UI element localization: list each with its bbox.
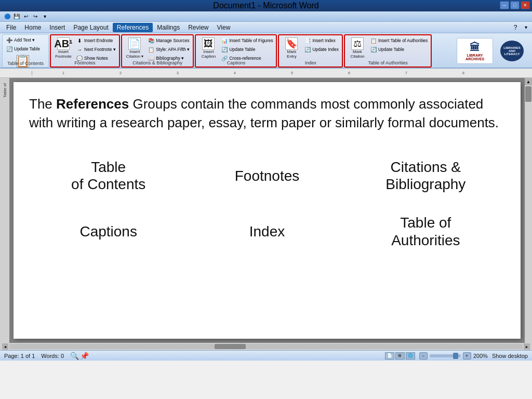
customize-quick-btn[interactable]: ▾: [41, 12, 49, 21]
add-text-btn[interactable]: ➕ Add Text ▾: [5, 36, 41, 44]
menu-page-layout[interactable]: Page Layout: [69, 23, 112, 32]
menu-mailings[interactable]: Mailings: [153, 23, 184, 32]
insert-footnote-btn[interactable]: AB¹ InsertFootnote: [53, 36, 74, 60]
insert-caption-icon: 🖼: [202, 37, 215, 50]
insert-index-icon: 📑: [304, 37, 311, 44]
scroll-thumb[interactable]: [525, 86, 531, 102]
sidebar-toc-text: Table of: [3, 83, 7, 98]
insert-table-auth-btn[interactable]: 📋 Insert Table of Authorities: [369, 36, 429, 45]
main-text-block: The References Groups contain the comman…: [29, 95, 505, 132]
citations-group-label: Citations & Bibliography: [122, 60, 193, 65]
track-icon: 📌: [80, 352, 89, 360]
zoom-level: 200%: [473, 353, 488, 359]
view-print-btn[interactable]: 📄: [385, 352, 394, 360]
redo-quick-btn[interactable]: ↪: [31, 12, 39, 21]
close-button[interactable]: ✕: [521, 1, 530, 9]
spellcheck-icon: 🔍: [70, 352, 79, 360]
grid-cell-authorities: Table ofAuthorities: [347, 204, 505, 259]
hscroll-thumb[interactable]: [215, 344, 246, 349]
insert-caption-btn[interactable]: 🖼 InsertCaption: [198, 36, 219, 60]
insert-citation-icon: 📄: [128, 37, 141, 50]
main-text-prefix: The: [29, 96, 56, 112]
menu-review[interactable]: Review: [184, 23, 212, 32]
style-icon: 📋: [148, 46, 155, 53]
main-text-bold: References: [56, 96, 129, 112]
mark-entry-icon: 🔖: [285, 37, 298, 50]
menu-bar: File Home Insert Page Layout References …: [0, 22, 532, 33]
save-quick-btn[interactable]: 💾: [12, 12, 21, 21]
scroll-up-btn[interactable]: ▲: [525, 78, 532, 85]
ribbon-group-authorities: ⚖ MarkCitation 📋 Insert Table of Authori…: [344, 34, 432, 68]
update-index-btn[interactable]: 🔄 Update Index: [303, 45, 340, 54]
hscroll-left-btn[interactable]: ◄: [2, 343, 8, 350]
zoom-out-btn[interactable]: −: [419, 352, 428, 360]
logos-area: 🏛 LIBRARYARCHIVES LIBRARIESANDLITERACY: [456, 34, 530, 68]
captions-small-btns: 📊 Insert Table of Figures 🔄 Update Table…: [220, 36, 274, 62]
hscroll-right-btn[interactable]: ►: [524, 343, 530, 350]
insert-index-btn[interactable]: 📑 Insert Index: [303, 36, 340, 45]
maximize-button[interactable]: □: [510, 1, 520, 9]
update-table-captions-btn[interactable]: 🔄 Update Table: [220, 45, 274, 54]
ruler: │ 1 2 3 4 5 6 7 8: [0, 69, 532, 78]
insert-table-figures-btn[interactable]: 📊 Insert Table of Figures: [220, 36, 274, 45]
zoom-slider-thumb[interactable]: [453, 353, 458, 359]
mark-entry-btn[interactable]: 🔖 MarkEntry: [281, 36, 302, 60]
captions-group-label: Captions: [196, 60, 276, 65]
undo-quick-btn[interactable]: ↩: [22, 12, 30, 21]
status-bar: Page: 1 of 1 Words: 0 🔍 📌 📄 ⊞ 🌐 − + 200%…: [0, 350, 532, 361]
add-text-icon: ➕: [6, 36, 13, 44]
index-small-btns: 📑 Insert Index 🔄 Update Index: [303, 36, 340, 54]
manage-sources-icon: 📚: [148, 37, 155, 44]
grid-cell-index: Index: [188, 204, 346, 259]
next-footnote-btn[interactable]: → Next Footnote ▾: [75, 45, 117, 54]
show-desktop-btn[interactable]: Show desktop: [492, 353, 528, 359]
libraries-literacy-logo: LIBRARIESANDLITERACY: [495, 38, 529, 64]
authorities-group-label: Table of Authorities: [345, 60, 431, 65]
menu-home[interactable]: Home: [20, 23, 45, 32]
menu-insert[interactable]: Insert: [45, 23, 69, 32]
update-table-auth-btn[interactable]: 🔄 Update Table: [369, 45, 429, 54]
help-icon[interactable]: ?: [511, 23, 520, 32]
word-icon: 🔵: [3, 12, 11, 21]
update-table-toc-icon: 🔄: [6, 45, 13, 52]
view-fullscreen-btn[interactable]: ⊞: [395, 352, 405, 360]
page-info: Page: 1 of 1: [4, 353, 35, 359]
minimize-button[interactable]: ─: [500, 1, 509, 9]
zoom-controls: − + 200%: [419, 352, 488, 360]
insert-endnote-btn[interactable]: ⬇ Insert Endnote: [75, 36, 117, 45]
insert-endnote-icon: ⬇: [76, 37, 83, 44]
menu-references[interactable]: References: [113, 23, 153, 32]
mark-citation-btn[interactable]: ⚖ MarkCitation: [347, 36, 368, 60]
minimize-ribbon-icon[interactable]: ▾: [522, 23, 530, 32]
window-controls[interactable]: ─ □ ✕: [500, 1, 530, 9]
status-right: 📄 ⊞ 🌐 − + 200% Show desktop: [385, 352, 528, 360]
style-btn[interactable]: 📋 Style: APA Fifth ▾: [147, 45, 191, 54]
footnotes-group-label: Footnotes: [51, 60, 119, 65]
vertical-scrollbar[interactable]: ▲: [525, 78, 532, 343]
menu-file[interactable]: File: [2, 23, 20, 32]
grid-cell-captions: Captions: [29, 204, 188, 259]
menu-view[interactable]: View: [213, 23, 235, 32]
manage-sources-btn[interactable]: 📚 Manage Sources: [147, 36, 191, 45]
grid-cell-citations: Citations &Bibliography: [347, 148, 505, 204]
horizontal-scrollbar[interactable]: ◄ ►: [0, 343, 532, 350]
ribbon-group-citations: 📄 InsertCitation ▾ 📚 Manage Sources 📋 St…: [121, 34, 194, 68]
citations-small-btns: 📚 Manage Sources 📋 Style: APA Fifth ▾ 📖 …: [147, 36, 191, 62]
zoom-in-btn[interactable]: +: [463, 352, 471, 360]
zoom-slider[interactable]: [430, 354, 461, 357]
hscroll-track[interactable]: [9, 344, 523, 349]
document-area: Table of The References Groups contain t…: [0, 78, 532, 343]
words-info: Words: 0: [41, 353, 64, 359]
groups-grid: Tableof Contents Footnotes Citations &Bi…: [29, 148, 505, 259]
insert-footnote-icon: AB¹: [57, 37, 70, 50]
insert-citation-btn[interactable]: 📄 InsertCitation ▾: [124, 36, 145, 60]
update-table-toc-btn[interactable]: 🔄 Update Table: [5, 45, 41, 53]
index-group-label: Index: [279, 60, 342, 65]
mark-citation-icon: ⚖: [351, 37, 364, 50]
ribbon-group-toc: ➕ Add Text ▾ 🔄 Update Table 📋 Table ofCo…: [2, 34, 49, 68]
ribbon-group-captions: 🖼 InsertCaption 📊 Insert Table of Figure…: [195, 34, 277, 68]
view-web-btn[interactable]: 🌐: [406, 352, 415, 360]
document-page[interactable]: The References Groups contain the comman…: [14, 82, 521, 339]
insert-table-figures-icon: 📊: [221, 37, 228, 44]
authorities-small-btns: 📋 Insert Table of Authorities 🔄 Update T…: [369, 36, 429, 54]
